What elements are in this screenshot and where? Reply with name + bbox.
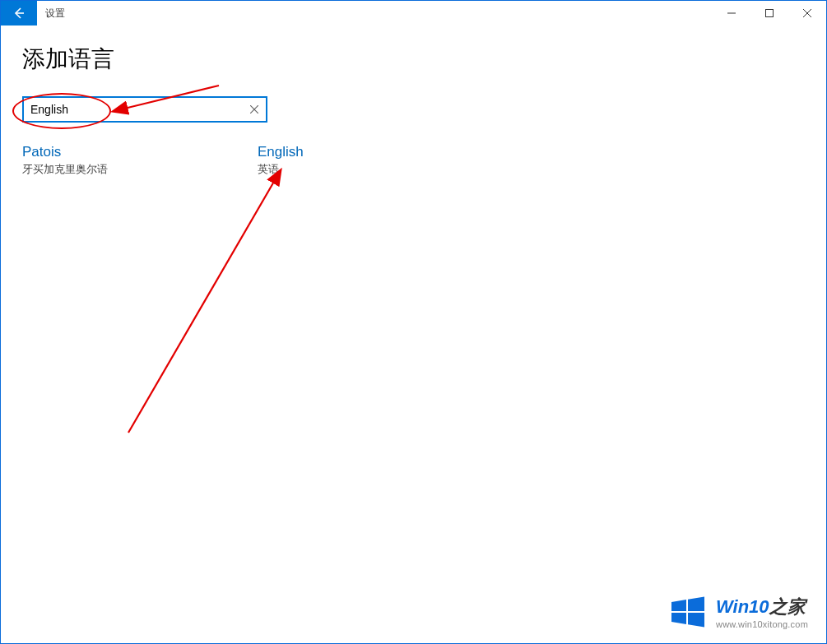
svg-marker-13 — [688, 613, 704, 628]
search-input[interactable] — [24, 98, 243, 121]
window-title: 设置 — [37, 1, 65, 25]
results-list: Patois 牙买加克里奥尔语 English 英语 — [22, 144, 805, 177]
svg-line-9 — [128, 180, 275, 433]
watermark-brand-suffix: 之家 — [769, 596, 806, 617]
svg-rect-2 — [766, 10, 774, 17]
svg-marker-12 — [671, 613, 686, 624]
close-button[interactable] — [788, 1, 826, 25]
minimize-icon — [727, 9, 736, 17]
back-button[interactable] — [1, 1, 37, 25]
language-localized: 牙买加克里奥尔语 — [22, 162, 108, 177]
arrow-left-icon — [12, 7, 26, 20]
language-name: Patois — [22, 144, 108, 160]
language-result[interactable]: English 英语 — [258, 144, 304, 177]
content-area: 添加语言 Patois 牙买加克里奥尔语 English 英语 — [1, 25, 826, 195]
close-icon — [803, 9, 811, 17]
page-heading: 添加语言 — [22, 44, 805, 75]
language-localized: 英语 — [258, 162, 304, 177]
language-result[interactable]: Patois 牙买加克里奥尔语 — [22, 144, 108, 177]
window-controls — [713, 1, 826, 25]
windows-logo-icon — [670, 594, 706, 630]
clear-search-button[interactable] — [243, 98, 266, 121]
language-name: English — [258, 144, 304, 160]
maximize-icon — [765, 9, 774, 17]
watermark-brand-prefix: Win10 — [716, 596, 769, 617]
titlebar: 设置 — [1, 1, 826, 25]
maximize-button[interactable] — [750, 1, 788, 25]
svg-marker-11 — [688, 597, 704, 612]
titlebar-spacer — [65, 1, 713, 25]
watermark-brand: Win10之家 — [716, 595, 808, 619]
watermark: Win10之家 www.win10xitong.com — [670, 594, 808, 630]
svg-marker-10 — [671, 600, 686, 611]
x-icon — [250, 105, 258, 114]
search-box[interactable] — [22, 96, 267, 123]
watermark-url: www.win10xitong.com — [716, 619, 808, 629]
minimize-button[interactable] — [713, 1, 750, 25]
watermark-text: Win10之家 www.win10xitong.com — [716, 595, 808, 629]
